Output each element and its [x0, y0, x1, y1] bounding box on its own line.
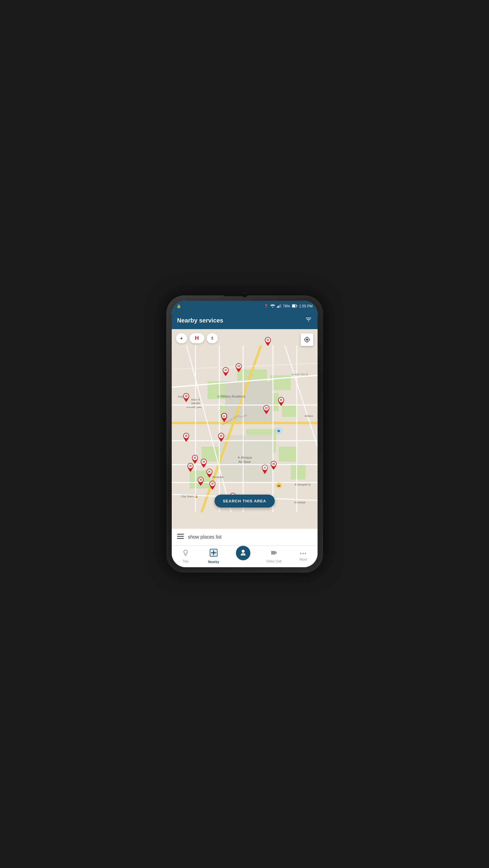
hospital-pin[interactable]: H: [217, 433, 225, 443]
nearby-icon: [209, 549, 218, 559]
video-call-icon: [270, 549, 278, 558]
status-right: 📍 78%: [264, 304, 313, 309]
filter-button[interactable]: [305, 316, 312, 325]
hospital-pin[interactable]: H: [234, 363, 243, 373]
hospital-pin[interactable]: H: [277, 397, 285, 407]
battery-icon: [292, 304, 297, 309]
phone-device: 🔒 📍: [166, 296, 323, 572]
svg-rect-95: [177, 536, 184, 537]
nav-item-tips[interactable]: Tips: [176, 549, 195, 564]
nav-item-nearby[interactable]: Nearby: [204, 548, 223, 564]
svg-text:H: H: [264, 466, 266, 469]
svg-rect-3: [279, 305, 280, 308]
video-call-label: Video Call: [266, 559, 282, 563]
hospital-pin[interactable]: H: [208, 481, 217, 491]
hospital-pin[interactable]: H: [205, 469, 214, 479]
svg-text:Joseph Tito St: Joseph Tito St: [291, 373, 308, 376]
show-places-list-bar[interactable]: show places list: [172, 529, 318, 545]
svg-rect-20: [291, 465, 305, 479]
my-location-button[interactable]: [301, 333, 313, 346]
signal-icon: [277, 304, 281, 309]
svg-text:H: H: [190, 464, 192, 468]
hospital-pin[interactable]: H: [182, 393, 190, 403]
app-title: Nearby services: [177, 317, 223, 324]
svg-text:H: H: [185, 434, 187, 438]
location-icon: 📍: [264, 304, 268, 308]
hospital-pin[interactable]: H: [262, 405, 270, 415]
svg-text:H: H: [280, 398, 282, 402]
svg-rect-7: [292, 305, 295, 307]
svg-rect-2: [278, 306, 279, 308]
list-icon: [177, 533, 184, 541]
svg-text:H: H: [185, 395, 187, 398]
filter-pill-plus[interactable]: +: [176, 333, 187, 343]
svg-text:H: H: [223, 415, 225, 418]
map-container[interactable]: 50 ⊙ Military Academy Masr Al Jadidah مص…: [172, 329, 318, 529]
hospital-pin[interactable]: H: [222, 367, 230, 377]
svg-text:H: H: [208, 470, 210, 473]
phone-icon: 🔒: [176, 304, 181, 308]
svg-text:✈ Almaza: ✈ Almaza: [237, 456, 252, 459]
svg-text:Ankara: Ankara: [304, 414, 313, 417]
nav-item-more[interactable]: ••• More: [294, 550, 313, 562]
svg-text:مصر الجديدة: مصر الجديدة: [186, 405, 201, 409]
svg-text:H: H: [267, 338, 269, 342]
svg-text:H: H: [273, 462, 275, 466]
svg-rect-21: [225, 381, 273, 423]
wifi-icon: [270, 304, 275, 309]
filter-pill-hospital[interactable]: H: [190, 333, 204, 343]
tips-icon: [182, 549, 189, 558]
svg-rect-94: [177, 534, 184, 535]
search-area-button[interactable]: SEARCH THIS AREA: [214, 495, 274, 507]
svg-text:H: H: [194, 456, 196, 460]
more-icon: •••: [300, 551, 307, 556]
svg-point-102: [242, 550, 244, 553]
svg-text:H: H: [211, 482, 213, 486]
svg-text:50: 50: [277, 484, 280, 487]
svg-text:Al Gawya: Al Gawya: [294, 501, 305, 504]
hospital-pin[interactable]: H: [264, 337, 272, 347]
status-left: 🔒: [176, 304, 181, 308]
hospital-pin[interactable]: H: [199, 459, 208, 469]
tips-label: Tips: [183, 559, 189, 563]
hospital-pin[interactable]: H: [261, 465, 269, 475]
hospital-pin[interactable]: H: [269, 461, 278, 471]
doctor-icon: [236, 546, 250, 560]
svg-text:E-Sarayah St: E-Sarayah St: [295, 483, 311, 486]
nearby-label: Nearby: [208, 560, 219, 564]
phone-speaker: [224, 294, 248, 296]
svg-rect-17: [279, 447, 296, 461]
more-label: More: [299, 558, 307, 561]
svg-rect-1: [277, 307, 278, 308]
places-list-label: show places list: [188, 534, 222, 540]
hospital-pin[interactable]: H: [182, 433, 190, 443]
svg-text:Masr Al: Masr Al: [191, 398, 200, 401]
nav-item-video-call[interactable]: Video Call: [263, 549, 285, 564]
user-location-dot: [276, 429, 281, 433]
time-display: 1:55 PM: [299, 304, 313, 308]
bottom-nav: Tips Nearby: [172, 545, 318, 567]
svg-rect-6: [296, 305, 297, 307]
svg-text:H: H: [200, 478, 202, 482]
hospital-pin[interactable]: H: [186, 463, 195, 473]
phone-screen: 🔒 📍: [172, 301, 318, 567]
svg-text:H: H: [220, 434, 222, 438]
nav-item-doctor[interactable]: [233, 545, 253, 561]
svg-text:H: H: [238, 365, 240, 368]
svg-text:City Stars 🔒: City Stars 🔒: [181, 494, 198, 498]
filter-pill-medical[interactable]: ⚕: [207, 333, 218, 343]
svg-text:⊙ Military Academy: ⊙ Military Academy: [217, 395, 246, 398]
hospital-pin[interactable]: H: [196, 477, 205, 487]
svg-point-0: [272, 307, 273, 308]
filter-pills-container: + H ⚕: [176, 333, 218, 343]
svg-text:Jadidah: Jadidah: [191, 402, 200, 405]
app-bar: Nearby services: [172, 312, 318, 329]
status-bar: 🔒 📍: [172, 301, 318, 312]
svg-rect-96: [177, 538, 184, 539]
svg-text:H: H: [225, 369, 227, 372]
battery-percent: 78%: [283, 304, 290, 308]
svg-text:H: H: [265, 407, 267, 410]
svg-text:H: H: [202, 460, 204, 464]
svg-point-101: [213, 552, 215, 554]
hospital-pin[interactable]: H: [220, 413, 228, 423]
